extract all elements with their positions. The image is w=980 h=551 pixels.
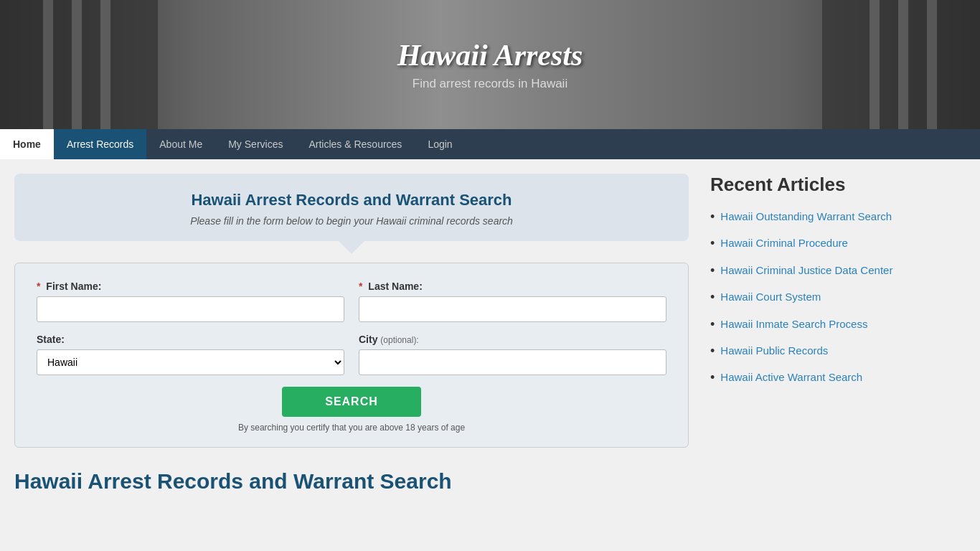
city-input[interactable]: [359, 349, 666, 375]
sidebar: Recent Articles Hawaii Outstanding Warra…: [703, 174, 933, 504]
article-link-7[interactable]: Hawaii Active Warrant Search: [720, 369, 862, 385]
state-group: State: Hawaii Alaska Arizona California: [37, 334, 344, 375]
search-intro-subtitle: Please fill in the form below to begin y…: [36, 215, 667, 227]
sidebar-title: Recent Articles: [710, 174, 918, 196]
article-link-5[interactable]: Hawaii Inmate Search Process: [720, 316, 867, 331]
first-name-label: * First Name:: [37, 281, 344, 292]
last-name-required-star: *: [359, 281, 362, 292]
nav-about-me[interactable]: About Me: [146, 129, 215, 159]
state-city-row: State: Hawaii Alaska Arizona California …: [37, 334, 666, 375]
list-item: Hawaii Criminal Procedure: [710, 235, 918, 252]
state-select[interactable]: Hawaii Alaska Arizona California: [37, 349, 344, 375]
name-row: * First Name: * Last Name:: [37, 281, 666, 322]
certify-text: By searching you certify that you are ab…: [37, 423, 666, 433]
city-group: City (optional):: [359, 334, 666, 375]
content-area: Hawaii Arrest Records and Warrant Search…: [0, 174, 703, 504]
nav-home[interactable]: Home: [0, 129, 54, 159]
article-link-4[interactable]: Hawaii Court System: [720, 289, 821, 304]
list-item: Hawaii Court System: [710, 289, 918, 306]
list-item: Hawaii Outstanding Warrant Search: [710, 209, 918, 225]
article-link-3[interactable]: Hawaii Criminal Justice Data Center: [720, 263, 892, 278]
list-item: Hawaii Inmate Search Process: [710, 316, 918, 333]
last-name-label: * Last Name:: [359, 281, 666, 292]
nav-my-services[interactable]: My Services: [215, 129, 296, 159]
main-nav: Home Arrest Records About Me My Services…: [0, 129, 980, 159]
first-name-input[interactable]: [37, 296, 344, 322]
main-content: Hawaii Arrest Records and Warrant Search…: [0, 159, 980, 518]
search-button[interactable]: SEARCH: [282, 387, 421, 417]
nav-arrest-records[interactable]: Arrest Records: [54, 129, 146, 159]
nav-login[interactable]: Login: [415, 129, 465, 159]
search-intro-box: Hawaii Arrest Records and Warrant Search…: [14, 174, 689, 241]
site-subtitle: Find arrest records in Hawaii: [397, 77, 583, 91]
last-name-group: * Last Name:: [359, 281, 666, 322]
first-name-group: * First Name:: [37, 281, 344, 322]
article-link-1[interactable]: Hawaii Outstanding Warrant Search: [720, 209, 892, 224]
article-link-2[interactable]: Hawaii Criminal Procedure: [720, 235, 848, 250]
search-intro-title: Hawaii Arrest Records and Warrant Search: [36, 191, 667, 209]
recent-articles-list: Hawaii Outstanding Warrant Search Hawaii…: [710, 209, 918, 387]
list-item: Hawaii Public Records: [710, 343, 918, 359]
last-name-input[interactable]: [359, 296, 666, 322]
list-item: Hawaii Criminal Justice Data Center: [710, 263, 918, 279]
city-label: City (optional):: [359, 334, 666, 345]
first-name-required-star: *: [37, 281, 40, 292]
bottom-heading: Hawaii Arrest Records and Warrant Search: [14, 469, 689, 501]
article-link-6[interactable]: Hawaii Public Records: [720, 343, 828, 358]
list-item: Hawaii Active Warrant Search: [710, 369, 918, 386]
nav-articles-resources[interactable]: Articles & Resources: [296, 129, 415, 159]
site-header: Hawaii Arrests Find arrest records in Ha…: [0, 0, 980, 129]
state-label: State:: [37, 334, 344, 345]
search-form-box: * First Name: * Last Name: State:: [14, 263, 689, 448]
site-title: Hawaii Arrests: [397, 38, 583, 72]
